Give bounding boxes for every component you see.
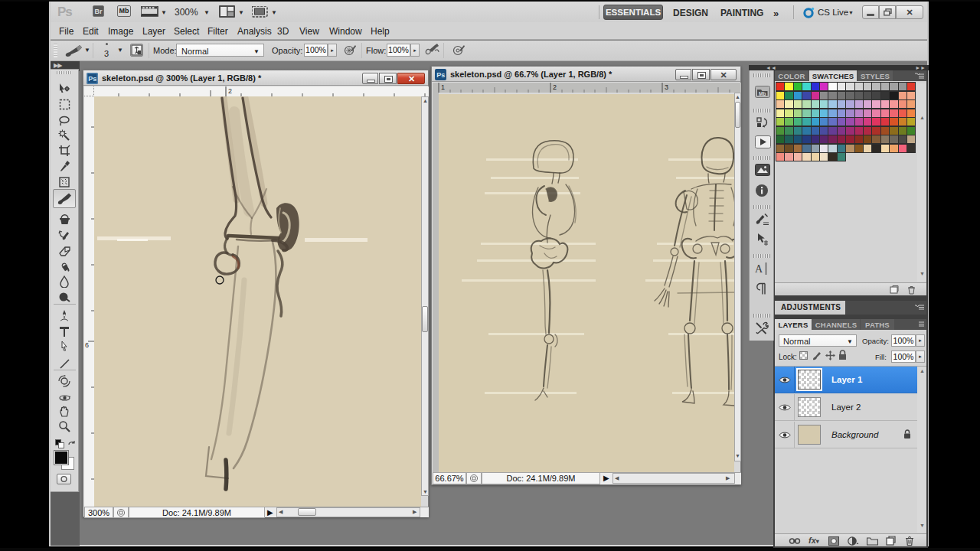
- svg-text:Ps: Ps: [436, 71, 445, 79]
- svg-text:2: 2: [228, 87, 232, 95]
- svg-text:3: 3: [665, 83, 668, 91]
- svg-text:Mb: Mb: [759, 91, 766, 96]
- svg-text:2: 2: [553, 83, 557, 91]
- svg-text:A: A: [755, 263, 763, 275]
- svg-text:6: 6: [85, 341, 89, 349]
- svg-text:Ps: Ps: [88, 75, 96, 83]
- svg-text:1: 1: [441, 83, 445, 91]
